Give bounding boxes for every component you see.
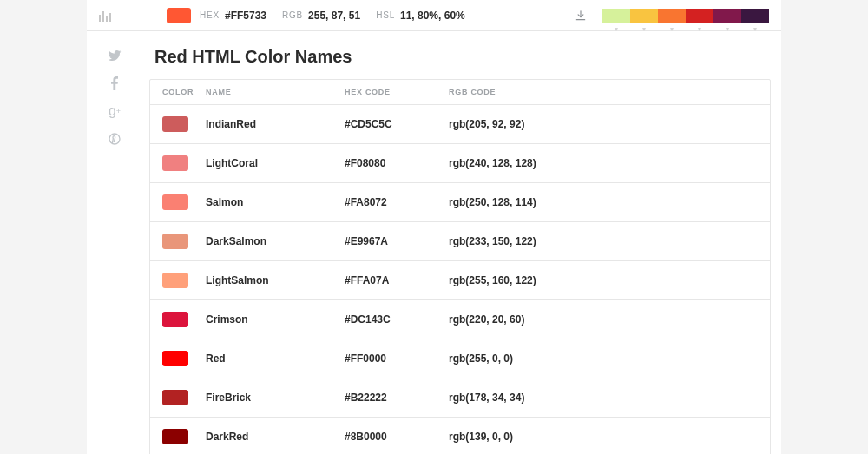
color-topbar: HEX #FF5733 RGB 255, 87, 51 HSL 11, 80%,… xyxy=(87,0,781,31)
color-rgb: rgb(220, 20, 60) xyxy=(449,313,758,326)
color-rgb: rgb(255, 0, 0) xyxy=(449,352,758,365)
color-hex: #CD5C5C xyxy=(345,118,449,130)
main-color-swatch[interactable] xyxy=(167,8,191,23)
palette-chip-caret-icon: ▾ xyxy=(642,25,646,33)
color-rgb: rgb(255, 160, 122) xyxy=(449,274,758,286)
palette-chip-1[interactable]: ▾ xyxy=(630,9,658,23)
color-hex: #8B0000 xyxy=(345,431,449,443)
color-hex: #FFA07A xyxy=(345,274,449,286)
color-swatch xyxy=(162,234,188,249)
table-row[interactable]: Salmon#FA8072rgb(250, 128, 114) xyxy=(150,182,770,221)
color-swatch xyxy=(162,116,188,132)
color-name: IndianRed xyxy=(206,118,345,130)
color-rgb: rgb(139, 0, 0) xyxy=(449,431,758,443)
color-name: Crimson xyxy=(206,313,345,326)
table-row[interactable]: FireBrick#B22222rgb(178, 34, 34) xyxy=(150,378,770,417)
color-rgb: rgb(233, 150, 122) xyxy=(449,235,758,247)
palette-chip-4[interactable]: ▾ xyxy=(713,9,741,23)
palette-chip-caret-icon: ▾ xyxy=(670,25,674,33)
table-row[interactable]: LightSalmon#FFA07Argb(255, 160, 122) xyxy=(150,260,770,299)
color-hex: #FA8072 xyxy=(345,196,449,208)
palette-chip-caret-icon: ▾ xyxy=(753,25,757,33)
palette-chip-2[interactable]: ▾ xyxy=(658,9,686,23)
color-rgb: rgb(240, 128, 128) xyxy=(449,157,758,169)
color-swatch xyxy=(162,273,188,288)
col-rgb: RGB CODE xyxy=(449,88,758,96)
color-rgb: rgb(250, 128, 114) xyxy=(449,196,758,208)
rgb-value: 255, 87, 51 xyxy=(308,10,360,22)
color-name: FireBrick xyxy=(206,391,345,404)
color-table: COLOR NAME HEX CODE RGB CODE IndianRed#C… xyxy=(149,79,771,454)
col-name: NAME xyxy=(206,88,345,96)
color-swatch xyxy=(162,351,188,366)
stats-icon[interactable] xyxy=(99,10,111,22)
table-row[interactable]: LightCoral#F08080rgb(240, 128, 128) xyxy=(150,143,770,182)
palette-chip-3[interactable]: ▾ xyxy=(686,9,713,23)
rgb-label: RGB xyxy=(282,10,303,20)
color-name: Red xyxy=(206,352,345,365)
table-row[interactable]: Crimson#DC143Crgb(220, 20, 60) xyxy=(150,299,770,339)
palette-chip-5[interactable]: ▾ xyxy=(741,9,769,23)
hex-value: #FF5733 xyxy=(225,10,266,22)
table-row[interactable]: DarkSalmon#E9967Argb(233, 150, 122) xyxy=(150,221,770,260)
pinterest-icon[interactable] xyxy=(108,132,122,146)
color-rgb: rgb(178, 34, 34) xyxy=(449,391,758,404)
palette-chip-0[interactable]: ▾ xyxy=(602,9,630,23)
palette-chip-caret-icon: ▾ xyxy=(726,25,729,33)
color-swatch xyxy=(162,194,188,210)
color-name: DarkRed xyxy=(206,431,345,443)
col-color: COLOR xyxy=(162,88,206,96)
color-swatch xyxy=(162,390,188,405)
download-icon[interactable] xyxy=(575,10,587,22)
color-name: LightSalmon xyxy=(206,274,345,286)
table-row[interactable]: Red#FF0000rgb(255, 0, 0) xyxy=(150,339,770,378)
palette-chip-caret-icon: ▾ xyxy=(615,25,618,33)
twitter-icon[interactable] xyxy=(108,49,122,63)
color-name: Salmon xyxy=(206,196,345,208)
color-swatch xyxy=(162,429,188,444)
color-hex: #DC143C xyxy=(345,313,449,326)
col-hex: HEX CODE xyxy=(345,88,449,96)
googleplus-icon[interactable]: g+ xyxy=(108,104,122,118)
facebook-icon[interactable] xyxy=(108,76,122,90)
page-title: Red HTML Color Names xyxy=(155,47,771,67)
color-hex: #E9967A xyxy=(345,235,449,247)
social-rail: g+ xyxy=(87,31,142,146)
table-header: COLOR NAME HEX CODE RGB CODE xyxy=(150,80,770,104)
hsl-value: 11, 80%, 60% xyxy=(400,10,465,22)
hsl-label: HSL xyxy=(376,10,395,20)
color-name: LightCoral xyxy=(206,157,345,169)
palette-strip: ▾▾▾▾▾▾ xyxy=(602,9,769,23)
table-row[interactable]: IndianRed#CD5C5Crgb(205, 92, 92) xyxy=(150,104,770,143)
palette-chip-caret-icon: ▾ xyxy=(698,25,701,33)
color-swatch xyxy=(162,312,188,327)
color-rgb: rgb(205, 92, 92) xyxy=(449,118,758,130)
color-hex: #B22222 xyxy=(345,391,449,404)
hex-label: HEX xyxy=(200,10,220,20)
table-row[interactable]: DarkRed#8B0000rgb(139, 0, 0) xyxy=(150,417,770,454)
color-swatch xyxy=(162,155,188,171)
color-name: DarkSalmon xyxy=(206,235,345,247)
color-hex: #FF0000 xyxy=(345,352,449,365)
color-hex: #F08080 xyxy=(345,157,449,169)
